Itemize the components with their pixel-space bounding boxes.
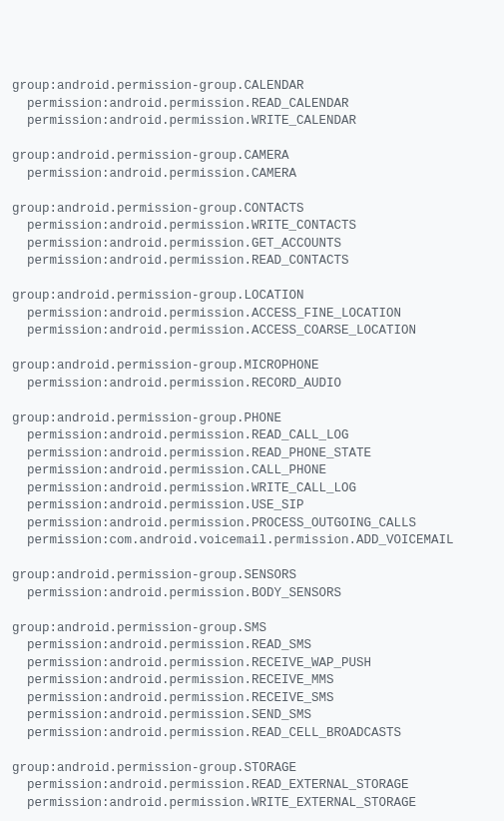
blank-line bbox=[12, 183, 496, 201]
group-header: group:android.permission-group.STORAGE bbox=[12, 760, 496, 778]
permission-line: permission:android.permission.READ_EXTER… bbox=[12, 777, 496, 795]
permission-line: permission:android.permission.CAMERA bbox=[12, 166, 496, 184]
group-header: group:android.permission-group.CAMERA bbox=[12, 148, 496, 166]
group-header: group:android.permission-group.LOCATION bbox=[12, 288, 496, 306]
blank-line bbox=[12, 550, 496, 568]
permission-line: permission:android.permission.READ_SMS bbox=[12, 637, 496, 655]
permission-line: permission:android.permission.CALL_PHONE bbox=[12, 462, 496, 480]
permission-line: permission:android.permission.WRITE_CONT… bbox=[12, 218, 496, 236]
permission-line: permission:android.permission.WRITE_EXTE… bbox=[12, 795, 496, 813]
permission-line: permission:com.android.voicemail.permiss… bbox=[12, 532, 496, 550]
permission-line: permission:android.permission.WRITE_CALE… bbox=[12, 113, 496, 131]
group-header: group:android.permission-group.SMS bbox=[12, 620, 496, 638]
permission-line: permission:android.permission.READ_CALEN… bbox=[12, 96, 496, 114]
blank-line bbox=[12, 271, 496, 289]
group-header: group:android.permission-group.MICROPHON… bbox=[12, 358, 496, 376]
code-block: group:android.permission-group.CALENDAR … bbox=[12, 78, 496, 812]
blank-line bbox=[12, 602, 496, 620]
permission-line: permission:android.permission.PROCESS_OU… bbox=[12, 515, 496, 533]
permission-line: permission:android.permission.READ_PHONE… bbox=[12, 445, 496, 463]
group-header: group:android.permission-group.CONTACTS bbox=[12, 201, 496, 219]
permission-line: permission:android.permission.RECORD_AUD… bbox=[12, 376, 496, 394]
blank-line bbox=[12, 393, 496, 410]
blank-line bbox=[12, 341, 496, 359]
permission-line: permission:android.permission.SEND_SMS bbox=[12, 707, 496, 725]
permission-line: permission:android.permission.ACCESS_COA… bbox=[12, 323, 496, 341]
permission-line: permission:android.permission.READ_CELL_… bbox=[12, 725, 496, 743]
permission-line: permission:android.permission.RECEIVE_SM… bbox=[12, 690, 496, 708]
blank-line bbox=[12, 131, 496, 149]
permission-line: permission:android.permission.READ_CONTA… bbox=[12, 253, 496, 271]
permission-line: permission:android.permission.USE_SIP bbox=[12, 497, 496, 515]
permission-line: permission:android.permission.BODY_SENSO… bbox=[12, 585, 496, 603]
group-header: group:android.permission-group.PHONE bbox=[12, 410, 496, 428]
permission-line: permission:android.permission.ACCESS_FIN… bbox=[12, 306, 496, 324]
permission-line: permission:android.permission.RECEIVE_MM… bbox=[12, 672, 496, 690]
permission-line: permission:android.permission.RECEIVE_WA… bbox=[12, 655, 496, 673]
blank-line bbox=[12, 742, 496, 760]
group-header: group:android.permission-group.SENSORS bbox=[12, 567, 496, 585]
group-header: group:android.permission-group.CALENDAR bbox=[12, 78, 496, 96]
permission-line: permission:android.permission.READ_CALL_… bbox=[12, 427, 496, 445]
permission-line: permission:android.permission.WRITE_CALL… bbox=[12, 480, 496, 498]
permission-line: permission:android.permission.GET_ACCOUN… bbox=[12, 236, 496, 254]
